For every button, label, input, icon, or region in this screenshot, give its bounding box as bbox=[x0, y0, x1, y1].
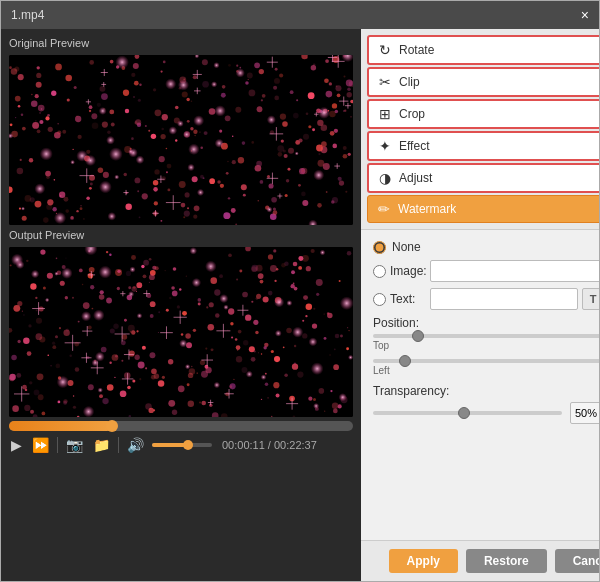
transparency-row: 50% bbox=[373, 402, 599, 424]
watermark-label: Watermark bbox=[398, 202, 456, 216]
top-label: Top bbox=[373, 340, 389, 351]
left-label: Left bbox=[373, 365, 390, 376]
toolbar: ↻ Rotate ✂ Clip ⊞ Crop ✦ Effect ◑ Adju bbox=[361, 29, 599, 230]
adjust-button[interactable]: ◑ Adjust bbox=[367, 163, 599, 193]
v-slider-track[interactable] bbox=[373, 359, 599, 363]
image-input[interactable] bbox=[430, 260, 599, 282]
text-label: Text: bbox=[390, 292, 426, 306]
none-row: None bbox=[373, 240, 599, 254]
transparency-label: Transparency: bbox=[373, 384, 599, 398]
controls-row: ▶ ⏩ 📷 📁 🔊 00:00:11 / 00:22:37 bbox=[9, 435, 353, 455]
text-style-button[interactable]: T bbox=[582, 288, 599, 310]
none-radio[interactable] bbox=[373, 241, 386, 254]
title-bar: 1.mp4 × bbox=[1, 1, 599, 29]
time-display: 00:00:11 / 00:22:37 bbox=[222, 439, 317, 451]
volume-thumb[interactable] bbox=[183, 440, 193, 450]
text-radio[interactable] bbox=[373, 293, 386, 306]
rotate-button[interactable]: ↻ Rotate bbox=[367, 35, 599, 65]
watermark-button[interactable]: ✏ Watermark bbox=[367, 195, 599, 223]
bottom-bar: Apply Restore Cancel bbox=[361, 540, 599, 581]
watermark-icon: ✏ bbox=[376, 201, 392, 217]
cancel-button[interactable]: Cancel bbox=[555, 549, 599, 573]
text-input[interactable] bbox=[430, 288, 578, 310]
rotate-icon: ↻ bbox=[377, 42, 393, 58]
effect-icon: ✦ bbox=[377, 138, 393, 154]
separator2 bbox=[118, 437, 119, 453]
v-slider-container bbox=[373, 359, 599, 363]
crop-label: Crop bbox=[399, 107, 425, 121]
main-window: 1.mp4 × Original Preview Output Preview … bbox=[0, 0, 600, 582]
crop-icon: ⊞ bbox=[377, 106, 393, 122]
clip-icon: ✂ bbox=[377, 74, 393, 90]
progress-fill bbox=[9, 421, 112, 431]
fast-forward-button[interactable]: ⏩ bbox=[30, 435, 51, 455]
transparency-thumb[interactable] bbox=[458, 407, 470, 419]
adjust-label: Adjust bbox=[399, 171, 432, 185]
original-canvas bbox=[9, 55, 353, 225]
text-row: Text: T ▦ bbox=[373, 288, 599, 310]
progress-thumb[interactable] bbox=[106, 420, 118, 432]
volume-button[interactable]: 🔊 bbox=[125, 435, 146, 455]
bottom-label: Bottom bbox=[598, 340, 599, 351]
position-label: Position: bbox=[373, 316, 599, 330]
folder-button[interactable]: 📁 bbox=[91, 435, 112, 455]
h-slider-labels: Top Bottom bbox=[373, 340, 599, 351]
play-button[interactable]: ▶ bbox=[9, 435, 24, 455]
clip-button[interactable]: ✂ Clip bbox=[367, 67, 599, 97]
left-panel: Original Preview Output Preview ▶ ⏩ 📷 📁 bbox=[1, 29, 361, 581]
image-label: Image: bbox=[390, 264, 426, 278]
transparency-track[interactable] bbox=[373, 411, 562, 415]
volume-slider[interactable] bbox=[152, 443, 212, 447]
rotate-label: Rotate bbox=[399, 43, 434, 57]
effect-button[interactable]: ✦ Effect bbox=[367, 131, 599, 161]
effect-label: Effect bbox=[399, 139, 429, 153]
output-preview-label: Output Preview bbox=[9, 229, 353, 241]
separator1 bbox=[57, 437, 58, 453]
transparency-select[interactable]: 50% bbox=[570, 402, 599, 424]
original-preview bbox=[9, 55, 353, 225]
output-canvas bbox=[9, 247, 353, 417]
image-row: Image: % bbox=[373, 260, 599, 282]
clip-label: Clip bbox=[399, 75, 420, 89]
restore-button[interactable]: Restore bbox=[466, 549, 547, 573]
h-slider-container bbox=[373, 334, 599, 338]
h-slider-thumb[interactable] bbox=[412, 330, 424, 342]
snapshot-button[interactable]: 📷 bbox=[64, 435, 85, 455]
h-slider-track[interactable] bbox=[373, 334, 599, 338]
output-preview bbox=[9, 247, 353, 417]
progress-bar[interactable] bbox=[9, 421, 353, 431]
adjust-icon: ◑ bbox=[377, 170, 393, 186]
close-button[interactable]: × bbox=[581, 7, 589, 23]
watermark-panel: None Image: % Text: T ▦ P bbox=[361, 230, 599, 540]
main-content: Original Preview Output Preview ▶ ⏩ 📷 📁 bbox=[1, 29, 599, 581]
right-panel: ↻ Rotate ✂ Clip ⊞ Crop ✦ Effect ◑ Adju bbox=[361, 29, 599, 581]
apply-button[interactable]: Apply bbox=[389, 549, 458, 573]
original-preview-label: Original Preview bbox=[9, 37, 353, 49]
v-slider-thumb[interactable] bbox=[399, 355, 411, 367]
crop-button[interactable]: ⊞ Crop bbox=[367, 99, 599, 129]
window-title: 1.mp4 bbox=[11, 8, 44, 22]
none-label: None bbox=[392, 240, 421, 254]
image-radio[interactable] bbox=[373, 265, 386, 278]
